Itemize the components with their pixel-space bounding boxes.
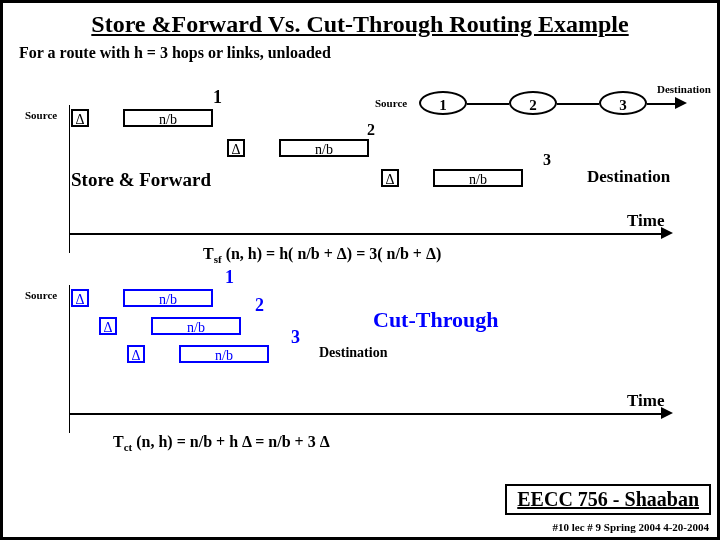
sf-delta-1: Δ [71, 109, 89, 127]
ct-delta-1: Δ [71, 289, 89, 307]
source-label-sf: Source [25, 109, 57, 121]
slide: Store &Forward Vs. Cut-Through Routing E… [0, 0, 720, 540]
slide-title: Store &Forward Vs. Cut-Through Routing E… [3, 11, 717, 38]
destination-label-sf: Destination [587, 167, 670, 187]
arrow-2-3 [557, 103, 599, 105]
sf-delta-2: Δ [227, 139, 245, 157]
ct-hop1-num: 1 [225, 267, 234, 288]
ct-delta-3: Δ [127, 345, 145, 363]
sf-delta-3: Δ [381, 169, 399, 187]
ct-nb-1: n/b [123, 289, 213, 307]
diagram-area: Source 1 2 3 Destination Source 1 Δ n/b … [3, 73, 717, 493]
arrowhead-dest [675, 97, 687, 109]
sf-nb-1: n/b [123, 109, 213, 127]
store-forward-label: Store & Forward [71, 169, 211, 191]
source-label-circles: Source [375, 97, 407, 109]
hop-circle-1: 1 [419, 91, 467, 115]
sf-time-axis [69, 233, 663, 235]
ct-nb-3: n/b [179, 345, 269, 363]
footer-info: #10 lec # 9 Spring 2004 4-20-2004 [553, 521, 709, 533]
sf-T: T [203, 245, 214, 262]
sf-time-label: Time [627, 211, 664, 231]
sf-row2-num: 2 [367, 121, 375, 139]
hop-circle-2: 2 [509, 91, 557, 115]
ct-rest: (n, h) = n/b + h Δ = n/b + 3 Δ [132, 433, 329, 450]
hop-circle-3: 3 [599, 91, 647, 115]
cut-through-label: Cut-Through [373, 307, 499, 333]
footer-course: EECC 756 - Shaaban [505, 484, 711, 515]
destination-label-circles: Destination [657, 83, 711, 95]
arrow-1-2 [467, 103, 509, 105]
ct-formula: Tct (n, h) = n/b + h Δ = n/b + 3 Δ [113, 433, 330, 453]
ct-T: T [113, 433, 124, 450]
source-label-ct: Source [25, 289, 57, 301]
sf-nb-3: n/b [433, 169, 523, 187]
sf-rest: (n, h) = h( n/b + Δ) = 3( n/b + Δ) [222, 245, 442, 262]
sf-row3-num: 3 [543, 151, 551, 169]
arrow-3-dest [647, 103, 677, 105]
ct-nb-2: n/b [151, 317, 241, 335]
sf-sub: sf [214, 253, 222, 265]
sf-formula: Tsf (n, h) = h( n/b + Δ) = 3( n/b + Δ) [203, 245, 441, 265]
sf-hop1-num: 1 [213, 87, 222, 108]
ct-axis [69, 285, 70, 433]
slide-subtitle: For a route with h = 3 hops or links, un… [19, 44, 717, 62]
ct-delta-2: Δ [99, 317, 117, 335]
sf-nb-2: n/b [279, 139, 369, 157]
ct-hop2-num: 2 [255, 295, 264, 316]
ct-sub: ct [124, 441, 133, 453]
destination-label-ct: Destination [319, 345, 387, 361]
sf-axis [69, 105, 70, 253]
ct-time-label: Time [627, 391, 664, 411]
ct-hop3-num: 3 [291, 327, 300, 348]
ct-time-axis [69, 413, 663, 415]
